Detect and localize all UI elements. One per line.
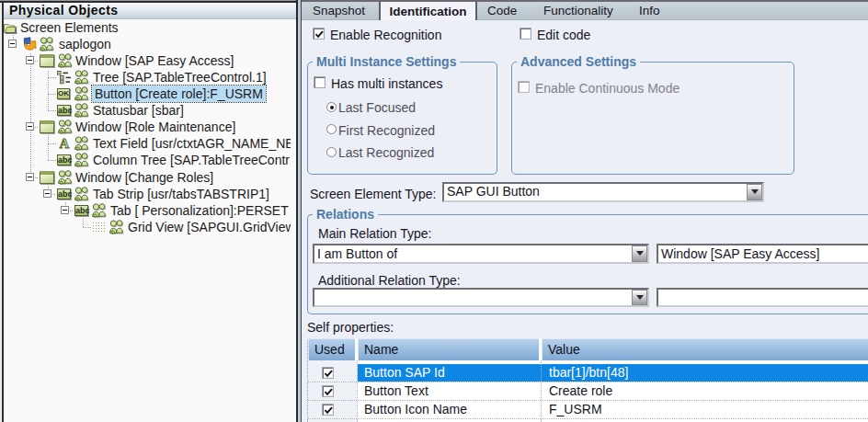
svg-text:A: A <box>60 136 70 151</box>
